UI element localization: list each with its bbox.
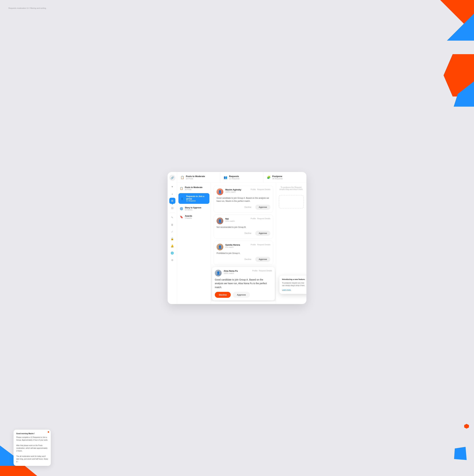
cat-stories-icon: 🌀 — [180, 207, 183, 210]
app-window: 🔗 ♥ ⬥ ⊞ ▤ ✎ 🗑 ✓ — [168, 172, 306, 304]
requests-nav-icon: 👥 — [224, 175, 227, 179]
decline-button-aloa[interactable]: Decline — [215, 292, 231, 298]
sidebar-item-heart[interactable]: ♥ — [169, 184, 175, 190]
sidebar-item-bell[interactable]: 🔔 — [169, 243, 175, 249]
request-match-aloa: 100% match — [224, 272, 250, 274]
request-info-nai: Nai 23% match — [225, 218, 249, 222]
bell-icon: 🔔 — [171, 244, 174, 247]
feature-popup-desc: To postpone request you now can simply d… — [282, 282, 306, 287]
decline-button-nai[interactable]: Decline — [242, 231, 254, 236]
grid-icon: ⊞ — [171, 199, 173, 202]
cat-requests-title: Requests to Join a group — [186, 195, 207, 200]
request-name-maxim: Maxim Aginsky — [225, 188, 249, 191]
main-container: 🔗 ♥ ⬥ ⊞ ▤ ✎ 🗑 ✓ — [0, 0, 474, 476]
cat-posts-text: Posts to Moderate 20 Posts — [185, 186, 203, 190]
details-link-maxim[interactable]: Request Details — [257, 188, 270, 190]
request-card-aloa: 👤 Aloa Nona Fu 100% match Profile Reques… — [212, 267, 275, 301]
request-info-maxim: Maxim Aginsky 100% match — [225, 188, 249, 193]
request-actions-maxim: Profile Request Details — [251, 188, 270, 190]
action-buttons-maxim: Decline Approve — [217, 205, 270, 210]
nav-requests[interactable]: 👥 Requests 11 Requests — [220, 172, 263, 183]
approve-button-maxim[interactable]: Approve — [255, 205, 270, 210]
sidebar-item-lock[interactable]: 🔒 — [169, 236, 175, 242]
avatar-maxim: 👤 — [217, 188, 223, 195]
request-info-aloa: Aloa Nona Fu 100% match — [224, 270, 250, 274]
lock-icon: 🔒 — [171, 237, 174, 240]
action-buttons-aloa: Decline Approve — [215, 292, 272, 298]
logo-icon: 🔗 — [171, 176, 174, 179]
request-match-maxim: 100% match — [225, 191, 249, 193]
cat-stories-text: Story to Approve 33 Stories — [185, 206, 201, 211]
details-link-samila[interactable]: Request Details — [257, 244, 270, 246]
details-link-nai[interactable]: Request Details — [257, 218, 270, 220]
approve-button-samila[interactable]: Approve — [255, 257, 270, 262]
morning-line2: After that please work on the Posts mode… — [16, 444, 48, 452]
globe-icon: 🌐 — [171, 252, 174, 255]
approve-button-aloa[interactable]: Approve — [233, 292, 250, 298]
request-name-aloa: Aloa Nona Fu — [224, 270, 250, 272]
sidebar-item-edit[interactable]: ✎ — [169, 214, 175, 221]
nav-postpone[interactable]: 🧩 Postpone 36 Requests — [263, 172, 306, 183]
sidebar-item-check[interactable]: ✓ — [169, 229, 175, 235]
request-card-maxim: 👤 Maxim Aginsky 100% match Profile Reque… — [214, 186, 273, 213]
postpone-panel: To postpone the Request, simple drag and… — [276, 183, 306, 304]
request-match-samila: 2% match — [225, 246, 249, 248]
requests-list: 👤 Maxim Aginsky 100% match Profile Reque… — [211, 183, 276, 301]
posts-title: Posts to Moderate — [186, 175, 205, 178]
category-posts[interactable]: 📋 Posts to Moderate 20 Posts — [177, 184, 211, 192]
sidebar-divider — [170, 213, 175, 213]
requests-subtitle: 11 Requests — [229, 178, 239, 180]
request-actions-aloa: Profile Request Details — [252, 270, 272, 272]
approve-button-nai[interactable]: Approve — [255, 231, 270, 236]
film-icon: ▤ — [171, 206, 173, 209]
request-match-nai: 23% match — [225, 220, 249, 222]
profile-link-samila[interactable]: Profile — [251, 244, 256, 246]
category-awards[interactable]: 🔖 Awards 3 Awards — [177, 213, 211, 221]
decline-button-samila[interactable]: Decline — [242, 257, 254, 262]
cat-requests-text: Requests to Join a group 11 Requests — [186, 195, 207, 202]
profile-link-maxim[interactable]: Profile — [251, 188, 256, 190]
morning-line1: Please complete a 12 Requests to Join a … — [16, 436, 48, 441]
nav-postpone-text: Postpone 36 Requests — [272, 175, 283, 180]
sidebar: 🔗 ♥ ⬥ ⊞ ▤ ✎ 🗑 ✓ — [168, 172, 177, 304]
details-link-aloa[interactable]: Request Details — [259, 270, 272, 272]
nav-posts[interactable]: 📋 Posts to Moderate 20 Posts — [177, 172, 220, 183]
sidebar-item-globe[interactable]: 🌐 — [169, 250, 175, 256]
profile-link-nai[interactable]: Profile — [251, 218, 256, 220]
panel-body: 📋 Posts to Moderate 20 Posts 👥 Requests … — [177, 183, 306, 304]
main-content: 📋 Posts to Moderate 20 Posts 👥 Requests … — [177, 172, 306, 304]
postpone-title: Postpone — [272, 175, 283, 178]
postpone-drop-area[interactable] — [279, 195, 304, 208]
sidebar-item-location[interactable]: ⬥ — [169, 191, 175, 197]
profile-link-aloa[interactable]: Profile — [252, 270, 257, 272]
sidebar-item-gear[interactable]: ⚙ — [169, 257, 175, 263]
request-name-nai: Nai — [225, 218, 249, 220]
request-actions-samila: Profile Request Details — [251, 244, 270, 246]
cat-awards-icon: 🔖 — [180, 215, 183, 219]
sidebar-item-film[interactable]: ▤ — [169, 205, 175, 211]
postpone-subtitle: 36 Requests — [272, 178, 283, 180]
decline-button-maxim[interactable]: Decline — [242, 205, 254, 210]
cat-posts-sub: 20 Posts — [185, 188, 203, 190]
cat-stories-title: Story to Approve — [185, 206, 201, 209]
feature-popup-title: Introducing a new feature. — [282, 278, 306, 280]
cat-posts-icon: 📋 — [180, 187, 183, 190]
sidebar-item-trash[interactable]: 🗑 — [169, 221, 175, 228]
request-header-maxim: 👤 Maxim Aginsky 100% match Profile Reque… — [217, 188, 270, 195]
cat-awards-title: Awards — [185, 215, 192, 217]
action-buttons-nai: Decline Approve — [217, 231, 270, 236]
postpone-header: To postpone the Request, simple drag and… — [279, 186, 304, 191]
feature-popup-link[interactable]: Learn more. — [282, 289, 291, 291]
request-header-nai: 👤 Nai 23% match Profile Request Details — [217, 218, 270, 224]
category-stories[interactable]: 🌀 Story to Approve 33 Stories — [177, 204, 211, 213]
postpone-drop-text — [290, 200, 293, 204]
category-requests[interactable]: 👥 Requests to Join a group 11 Requests — [178, 193, 209, 204]
request-actions-nai: Profile Request Details — [251, 218, 270, 220]
request-header-aloa: 👤 Aloa Nona Fu 100% match Profile Reques… — [215, 270, 272, 276]
cat-posts-title: Posts to Moderate — [185, 186, 203, 188]
sidebar-logo: 🔗 — [169, 175, 175, 181]
avatar-nai: 👤 — [217, 218, 223, 224]
location-icon: ⬥ — [171, 192, 173, 195]
request-desc-maxim: Good candidate to join Group A. Based on… — [217, 197, 270, 203]
sidebar-item-grid[interactable]: ⊞ — [169, 198, 175, 204]
